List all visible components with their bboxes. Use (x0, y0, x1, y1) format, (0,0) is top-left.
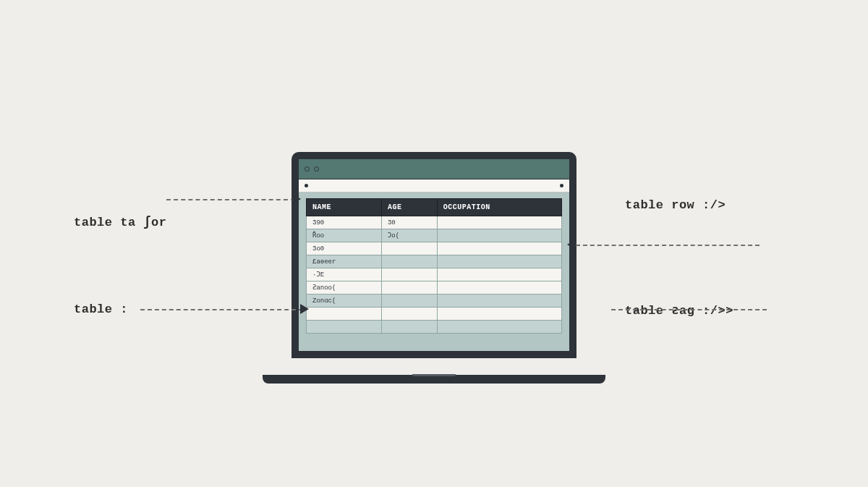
arrow-line (611, 309, 767, 310)
toolbar-dot-icon (560, 184, 563, 187)
table-row: 3o0 (307, 242, 562, 255)
annotation-label: table ta ʃor (74, 214, 166, 229)
cell (381, 242, 437, 255)
window-toolbar (299, 179, 569, 192)
col-header-name: NAME (307, 199, 382, 216)
cell (307, 321, 382, 334)
toolbar-dot-icon (305, 184, 308, 187)
arrowhead-icon (300, 304, 309, 314)
table-row: R̃oo Ɔo( (307, 229, 562, 242)
cell: 3o0 (307, 242, 382, 255)
cell (381, 321, 437, 334)
cell (437, 281, 561, 295)
cell: Ɔo( (381, 229, 437, 242)
cell: R̃oo (307, 229, 382, 242)
screen: NAME AGE OCCUPATION 390 30 R̃oo Ɔo( (299, 159, 569, 351)
window-button-icon (305, 166, 310, 171)
cell (437, 229, 561, 242)
cell (437, 216, 561, 229)
window-button-icon (314, 166, 319, 171)
laptop-base (263, 375, 605, 384)
data-table: NAME AGE OCCUPATION 390 30 R̃oo Ɔo( (306, 198, 562, 334)
cell (381, 255, 437, 268)
table-row (307, 308, 562, 321)
cell (437, 308, 561, 321)
arrow-line (576, 245, 760, 246)
cell: Zonɑc( (307, 295, 382, 308)
col-header-occupation: OCCUPATION (437, 199, 561, 216)
arrow-line (166, 199, 295, 200)
laptop-illustration: NAME AGE OCCUPATION 390 30 R̃oo Ɔo( (292, 152, 576, 376)
table-body: 390 30 R̃oo Ɔo( 3o0 £a (307, 216, 562, 334)
cell (381, 281, 437, 295)
annotation-label: table row :/> (625, 198, 726, 212)
cell (437, 255, 561, 268)
cell: ·ƆE (307, 268, 382, 281)
cell (437, 242, 561, 255)
cell: 30 (381, 216, 437, 229)
arrowhead-icon (292, 194, 301, 204)
window-titlebar (299, 159, 569, 179)
cell (437, 268, 561, 281)
arrowhead-icon (567, 240, 576, 250)
cell (437, 321, 561, 334)
table-row: £aɵeer (307, 255, 562, 268)
table-row: Zonɑc( (307, 295, 562, 308)
cell (381, 308, 437, 321)
table-header-row: NAME AGE OCCUPATION (307, 199, 562, 216)
cell (381, 268, 437, 281)
table-wrapper: NAME AGE OCCUPATION 390 30 R̃oo Ɔo( (299, 192, 569, 351)
col-header-age: AGE (381, 199, 437, 216)
annotation-label: table : (74, 302, 128, 316)
cell: Ƨanoo( (307, 281, 382, 295)
table-row: ·ƆE (307, 268, 562, 281)
cell (381, 295, 437, 308)
table-row (307, 321, 562, 334)
cell (307, 308, 382, 321)
arrow-line (140, 309, 303, 310)
table-row: Ƨanoo( (307, 281, 562, 295)
table-row: 390 30 (307, 216, 562, 229)
cell (437, 295, 561, 308)
cell: 390 (307, 216, 382, 229)
cell: £aɵeer (307, 255, 382, 268)
